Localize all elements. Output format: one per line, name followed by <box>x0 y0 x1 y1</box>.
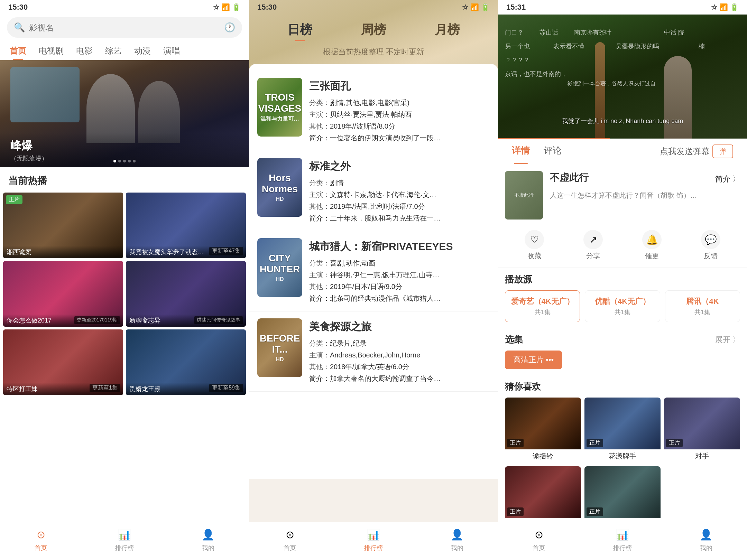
bottom-nav-2-home[interactable]: ⊙ 首页 <box>282 527 297 552</box>
source-tencent[interactable]: 腾讯（4K 共1集 <box>665 290 740 322</box>
source-iqiyi-count: 共1集 <box>509 308 576 316</box>
episode-btn-1[interactable]: 高清正片 ••• <box>505 351 562 369</box>
recommend-card-3[interactable]: 正片 对手 <box>664 398 740 463</box>
danmu-11: 衫搜到一本台著，谷然人识从打过自 <box>567 80 656 87</box>
ranking-movie-title-3: 城市猎人：新宿PRIVATEEYES <box>309 240 490 254</box>
ranking-subtitle: 根据当前热度整理 不定时更新 <box>249 47 498 57</box>
bottom-nav-2-ranking[interactable]: 📊 排行榜 <box>364 527 383 552</box>
ranking-tab-day[interactable]: 日榜 <box>287 21 312 41</box>
action-buttons: ♡ 收藏 ↗ 分享 🔔 催更 💬 反馈 <box>498 226 747 268</box>
danmu-button[interactable]: 弹 <box>712 144 733 158</box>
ranking-content: 15:30 ☆ 📶 🔋 日榜 周榜 月榜 根据当前热度整理 不定时更新 TROI… <box>249 0 498 479</box>
episodes-title: 选集 <box>505 334 523 346</box>
movie-card-1[interactable]: 正片 湘西诡案 <box>3 193 123 258</box>
bottom-nav-mine-label: 我的 <box>202 544 214 552</box>
feedback-btn[interactable]: 💬 反馈 <box>701 230 720 261</box>
ranking-info-3: 城市猎人：新宿PRIVATEEYES 分类：喜剧,动作,动画 主演：神谷明,伊仁… <box>309 238 490 304</box>
movie-info-text: 不虚此行 简介 〉 人这一生怎样才算不虚此行？闻音（胡歌 饰）… <box>550 171 740 220</box>
feedback-label: 反馈 <box>704 251 718 261</box>
bottom-nav-3-mine[interactable]: 👤 我的 <box>699 527 714 552</box>
episodes-expand[interactable]: 展开 〉 <box>715 335 740 345</box>
bottom-nav-2: ⊙ 首页 📊 排行榜 👤 我的 <box>249 522 498 560</box>
movie-card-6[interactable]: 更新至59集 贵婿龙王殿 <box>126 329 246 395</box>
bottom-nav-1: ⊙ 首页 📊 排行榜 👤 我的 <box>0 522 249 560</box>
detail-tab-info[interactable]: 详情 <box>505 139 537 164</box>
bottom-nav-2-home-label: 首页 <box>284 544 296 552</box>
bottom-nav-ranking[interactable]: 📊 排行榜 <box>115 527 134 552</box>
bottom-nav-mine[interactable]: 👤 我的 <box>201 527 216 552</box>
ranking-item-4[interactable]: BEFORE IT... HD 美食探源之旅 分类：纪录片,纪录 主演：Andr… <box>249 311 498 392</box>
movie-grid: 正片 湘西诡案 更新至47集 我竟被女魔头掌养了动态… 史新至20170119期… <box>0 192 249 396</box>
movie-title-5: 特区打工妹 <box>3 383 123 395</box>
clock-icon: 🕐 <box>224 22 235 33</box>
ranking-tab-week[interactable]: 周榜 <box>361 21 386 41</box>
movie-intro-btn[interactable]: 简介 〉 <box>715 174 740 184</box>
mine-icon: 👤 <box>201 527 216 542</box>
collect-btn[interactable]: ♡ 收藏 <box>525 230 544 261</box>
recommend-card-1[interactable]: 正片 诡摇铃 <box>505 398 581 463</box>
danmu-8: 楠 <box>699 42 705 50</box>
time-3: 15:31 <box>506 3 526 12</box>
ranking-item-1[interactable]: TROIS VISAGES 温和与力量可… 三张面孔 分类：剧情,其他,电影,电… <box>249 71 498 151</box>
share-label: 分享 <box>586 251 600 261</box>
nav-tab-movie[interactable]: 电影 <box>70 42 99 60</box>
nav-tabs: 首页 电视剧 电影 综艺 动漫 演唱 <box>0 42 249 60</box>
remind-label: 催更 <box>645 251 659 261</box>
movie-title-6: 贵婿龙王殿 <box>126 383 246 395</box>
poster-main-text-1: TROIS VISAGES <box>258 92 301 114</box>
banner-dot-4 <box>128 160 131 162</box>
movie-info-title: 不虚此行 <box>550 171 589 184</box>
source-tencent-count: 共1集 <box>669 308 736 316</box>
bottom-nav-home[interactable]: ⊙ 首页 <box>33 527 48 552</box>
nav-tab-home[interactable]: 首页 <box>3 42 33 60</box>
sources-section: 播放源 爱奇艺（4K无广） 共1集 优酷（4K无广） 共1集 腾讯（4K 共1集 <box>498 268 747 328</box>
danmu-3: 南京哪有茶叶 <box>574 28 611 37</box>
source-youku[interactable]: 优酷（4K无广） 共1集 <box>585 290 660 322</box>
bottom-nav-3: ⊙ 首页 📊 排行榜 👤 我的 <box>498 522 747 560</box>
home-icon: ⊙ <box>33 527 48 542</box>
recommend-card-5[interactable]: 正片 <box>584 466 661 522</box>
remind-btn[interactable]: 🔔 催更 <box>642 230 662 261</box>
source-iqiyi[interactable]: 爱奇艺（4K无广） 共1集 <box>505 290 580 322</box>
search-input[interactable] <box>29 23 220 32</box>
video-player[interactable]: 门口？ 苏山话 南京哪有茶叶 中话 院 另一个也 表示看不懂 吴磊是隐形的吗 楠… <box>498 15 747 139</box>
share-icon: ↗ <box>583 230 603 249</box>
banner-subtitle: （无限流漫） <box>10 154 48 162</box>
recommend-card-4[interactable]: 正片 <box>505 466 581 522</box>
video-figure <box>664 56 692 139</box>
ranking-icon-3: 📊 <box>615 527 630 542</box>
ranking-item-2[interactable]: Hors Normes HD 标准之外 分类：剧情 主演：文森特·卡索,勒达·卡… <box>249 151 498 231</box>
status-bar-3: 15:31 ☆ 📶 🔋 <box>498 0 747 15</box>
banner[interactable]: 峰爆 （无限流漫） <box>0 60 249 167</box>
nav-tab-anime[interactable]: 动漫 <box>128 42 157 60</box>
movie-card-5[interactable]: 更新至1集 特区打工妹 <box>3 329 123 395</box>
search-bar[interactable]: 🔍 🕐 <box>7 17 242 38</box>
movie-card-4[interactable]: 讲述民间传奇鬼故事 新聊斋志异 <box>126 261 246 327</box>
poster-main-text-2: Hors Normes <box>260 172 299 195</box>
bottom-nav-3-ranking[interactable]: 📊 排行榜 <box>613 527 632 552</box>
movie-card-3[interactable]: 史新至20170119期 你会怎么做2017 <box>3 261 123 327</box>
bottom-nav-3-home[interactable]: ⊙ 首页 <box>531 527 546 552</box>
recommend-card-2[interactable]: 正片 花漾牌手 <box>584 398 661 463</box>
sources-row: 爱奇艺（4K无广） 共1集 优酷（4K无广） 共1集 腾讯（4K 共1集 <box>505 290 740 322</box>
share-btn[interactable]: ↗ 分享 <box>583 230 603 261</box>
collect-icon: ♡ <box>525 230 544 249</box>
nav-tab-concert[interactable]: 演唱 <box>157 42 186 60</box>
banner-title: 峰爆 <box>10 138 33 153</box>
source-youku-count: 共1集 <box>589 308 656 316</box>
detail-tab-danmu[interactable]: 点我发送弹幕 弹 <box>653 139 740 164</box>
bottom-nav-3-home-label: 首页 <box>533 544 545 552</box>
movie-card-2[interactable]: 更新至47集 我竟被女魔头掌养了动态… <box>126 193 246 258</box>
recommend-title-2: 花漾牌手 <box>584 449 661 463</box>
detail-tab-comments[interactable]: 评论 <box>537 139 569 164</box>
nav-tab-variety[interactable]: 综艺 <box>99 42 128 60</box>
ranking-item-3[interactable]: CITY HUNTER HD 城市猎人：新宿PRIVATEEYES 分类：喜剧,… <box>249 231 498 311</box>
poster-main-text-3: CITY HUNTER <box>260 253 300 275</box>
bottom-nav-2-mine[interactable]: 👤 我的 <box>450 527 465 552</box>
sources-title: 播放源 <box>505 273 740 286</box>
nav-tab-tv[interactable]: 电视剧 <box>33 42 70 60</box>
time-1: 15:30 <box>8 3 28 12</box>
ranking-tab-month[interactable]: 月榜 <box>435 21 460 41</box>
mine-icon-2: 👤 <box>450 527 465 542</box>
home-icon-2: ⊙ <box>282 527 297 542</box>
